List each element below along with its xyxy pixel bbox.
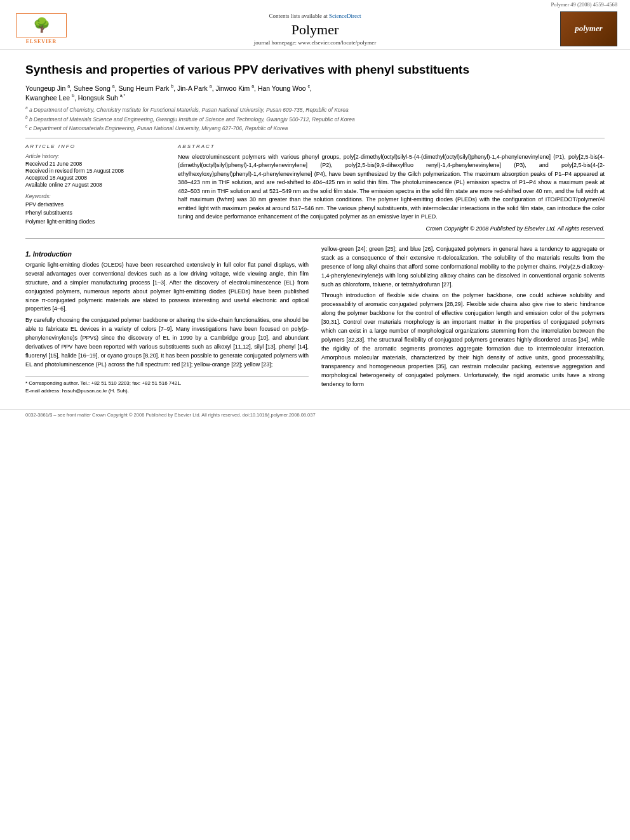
homepage-text: journal homepage: www.elsevier.com/locat… [254,39,376,46]
abstract-column: abstract New electroluminescent polymers… [178,143,605,232]
article-title: Synthesis and properties of various PPV … [25,62,605,78]
accepted-date: Accepted 18 August 2008 [25,175,165,181]
article-info-header: article info [25,143,165,149]
sciencedirect-link[interactable]: ScienceDirect [329,13,361,19]
abstract-text: New electroluminescent polymers with var… [178,153,605,222]
journal-header: 🌳 ELSEVIER Contents lists available at S… [0,8,630,50]
intro-title: 1. Introduction [25,250,309,258]
keyword-2: Phenyl substituents [25,209,165,218]
body-col-right: yellow-green [24]; green [25]; and blue … [321,245,605,395]
divider-2 [25,238,605,239]
polymer-logo: polymer [560,11,617,46]
received-date: Received 21 June 2008 [25,161,165,167]
bottom-notice: 0032-3861/$ – see front matter Crown Cop… [0,409,630,420]
keyword-3: Polymer light-emitting diodes [25,218,165,227]
corresponding-author: * Corresponding author. Tel.: +82 51 510… [25,380,309,387]
abstract-header: abstract [178,143,605,149]
page: Polymer 49 (2008) 4559–4568 🌳 ELSEVIER C… [0,0,630,840]
polymer-logo-area: polymer [547,11,617,46]
authors-line: Youngeup Jin a, Suhee Song a, Sung Heum … [25,83,605,102]
affiliation-a: a Department of Chemistry, Chemistry Ins… [29,107,349,113]
elsevier-tree-icon: 🌳 [33,17,50,34]
body-para-3: yellow-green [24]; green [25]; and blue … [321,245,605,290]
email-address: E-mail address: hssuh@pusan.ac.kr (H. Su… [25,387,309,395]
body-section: 1. Introduction Organic light-emitting d… [25,245,605,395]
elsevier-logo: 🌳 ELSEVIER [13,13,70,45]
body-para-2: By carefully choosing the conjugated pol… [25,316,309,370]
abstract-copyright: Crown Copyright © 2008 Published by Else… [178,225,605,232]
divider-1 [25,138,605,138]
history-label: Article history: [25,153,165,159]
keywords-label: Keywords: [25,193,165,199]
body-col-left: 1. Introduction Organic light-emitting d… [25,245,309,395]
polymer-logo-text: polymer [575,24,602,33]
affiliation-c: c Department of Nanomaterials Engineerin… [29,125,288,131]
journal-homepage: journal homepage: www.elsevier.com/locat… [83,39,547,46]
journal-center-info: Contents lists available at ScienceDirec… [83,13,547,46]
info-abstract-section: article info Article history: Received 2… [25,143,605,232]
body-para-4: Through introduction of flexible side ch… [321,291,605,389]
journal-title: Polymer [83,22,547,38]
available-date: Available online 27 August 2008 [25,182,165,188]
volume-reference: Polymer 49 (2008) 4559–4568 [551,1,617,8]
keywords-list: PPV derivatives Phenyl substituents Poly… [25,201,165,227]
contents-label: Contents lists available at [269,13,328,19]
main-content: Synthesis and properties of various PPV … [0,50,630,401]
revised-date: Received in revised form 15 August 2008 [25,168,165,174]
elsevier-wordmark: ELSEVIER [26,39,57,44]
affiliation-b: b Department of Materials Science and En… [29,116,355,122]
article-info-column: article info Article history: Received 2… [25,143,165,232]
elsevier-logo-area: 🌳 ELSEVIER [13,13,83,45]
body-para-1: Organic light-emitting diodes (OLEDs) ha… [25,261,309,314]
keyword-1: PPV derivatives [25,201,165,210]
top-reference: Polymer 49 (2008) 4559–4568 [0,0,630,8]
affiliations: a a Department of Chemistry, Chemistry I… [25,105,605,133]
elsevier-tree-box: 🌳 [16,13,67,37]
contents-line: Contents lists available at ScienceDirec… [83,13,547,19]
footnotes: * Corresponding author. Tel.: +82 51 510… [25,376,309,395]
